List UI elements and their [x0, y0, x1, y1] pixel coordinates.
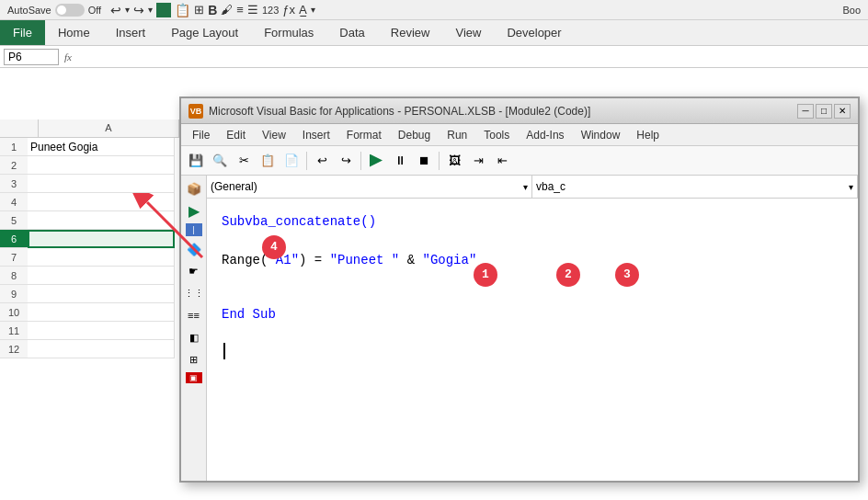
vba-reset-icon[interactable]: ⏹: [413, 151, 435, 171]
vba-save-icon[interactable]: 💾: [185, 151, 207, 171]
maximize-button[interactable]: □: [816, 104, 832, 119]
table-row: 11: [0, 322, 179, 340]
tab-home[interactable]: Home: [45, 20, 103, 45]
cell-a2[interactable]: [28, 156, 175, 175]
svg-line-1: [147, 202, 202, 257]
code-spacer: [222, 233, 843, 248]
cell-a8[interactable]: [28, 267, 175, 285]
sidebar-icon-7[interactable]: ≡≡: [185, 306, 203, 324]
toolbar-separator: [306, 152, 307, 170]
cell-a10[interactable]: [28, 303, 175, 322]
sidebar-icon-8[interactable]: ◧: [185, 328, 203, 347]
sidebar-icon-10[interactable]: ▣: [186, 372, 202, 383]
vba-indent-icon[interactable]: ⇥: [467, 151, 489, 171]
keyword-end-sub: End Sub: [222, 304, 276, 324]
vba-undo-icon[interactable]: ↩: [311, 151, 333, 171]
bold-icon[interactable]: B: [208, 3, 217, 17]
vba-general-dropdown[interactable]: (General) ▾: [207, 176, 532, 198]
paint-icon[interactable]: 🖌: [221, 3, 233, 17]
code-editor[interactable]: Sub vba_concatenate() Range("A1") = "Pun…: [207, 199, 858, 481]
minimize-button[interactable]: ─: [797, 104, 814, 119]
vba-userform-icon[interactable]: 🖼: [443, 151, 465, 171]
undo-icon[interactable]: ↩: [110, 3, 121, 17]
sidebar-icon-9[interactable]: ⊞: [185, 350, 203, 369]
cell-a9[interactable]: [28, 285, 175, 303]
vba-menu-window[interactable]: Window: [574, 127, 628, 143]
vba-menu-help[interactable]: Help: [629, 127, 667, 143]
vba-menu-addins[interactable]: Add-Ins: [519, 127, 571, 143]
autosave-control[interactable]: AutoSave Off: [7, 4, 101, 17]
vba-copy-icon[interactable]: 📋: [257, 151, 279, 171]
formula-input[interactable]: [75, 51, 864, 63]
row-header: 12: [0, 340, 28, 358]
dropdown-sub-arrow: ▾: [849, 182, 853, 192]
close-button[interactable]: ✕: [834, 104, 851, 119]
excel-app: AutoSave Off ↩ ▾ ↪ ▾ 📋 ⊞ B 🖌 ≡ ☰ 123 ƒx …: [0, 0, 868, 500]
vba-titlebar: VB Microsoft Visual Basic for Applicatio…: [181, 98, 858, 124]
forms-icon[interactable]: 📋: [175, 3, 190, 17]
cell-a3[interactable]: [28, 175, 175, 193]
vba-sub-dropdown[interactable]: vba_c ▾: [532, 176, 858, 198]
code-spacer2: [222, 273, 843, 302]
cell-a1[interactable]: Puneet Gogia: [28, 138, 175, 156]
undo-dropdown-icon[interactable]: ▾: [125, 5, 130, 15]
cell-a12[interactable]: [28, 340, 175, 358]
vba-dropdowns: (General) ▾ vba_c ▾: [207, 176, 858, 199]
sidebar-icon-6[interactable]: ⋮⋮: [185, 284, 203, 302]
autosave-label: AutoSave: [7, 5, 51, 16]
vba-run-button[interactable]: [365, 151, 387, 171]
vba-search-icon[interactable]: 🔍: [209, 151, 231, 171]
sheet-corner: [0, 119, 39, 138]
vba-outdent-icon[interactable]: ⇤: [491, 151, 513, 171]
tab-view[interactable]: View: [442, 20, 494, 45]
tab-file[interactable]: File: [0, 20, 45, 45]
cell-a11[interactable]: [28, 322, 175, 340]
code-range: Range("A1") = "Puneet " & "Gogia": [222, 250, 476, 270]
title-bar: AutoSave Off ↩ ▾ ↪ ▾ 📋 ⊞ B 🖌 ≡ ☰ 123 ƒx …: [0, 0, 868, 20]
function-name: vba_concatenate(): [245, 211, 376, 232]
vba-break-icon[interactable]: ⏸: [389, 151, 411, 171]
tab-formulas[interactable]: Formulas: [251, 20, 326, 45]
vba-app-icon: VB: [188, 104, 203, 119]
vba-menu-format[interactable]: Format: [339, 127, 389, 143]
tab-review[interactable]: Review: [378, 20, 443, 45]
vba-paste-icon[interactable]: 📄: [280, 151, 303, 171]
vba-menu-debug[interactable]: Debug: [391, 127, 438, 143]
vba-menu-tools[interactable]: Tools: [476, 127, 517, 143]
vba-menu-edit[interactable]: Edit: [219, 127, 253, 143]
tab-data[interactable]: Data: [326, 20, 377, 45]
vba-menu-file[interactable]: File: [185, 127, 217, 143]
row-header: 8: [0, 267, 28, 285]
dropdown-sub-label: vba_c: [536, 180, 565, 193]
tab-insert[interactable]: Insert: [103, 20, 159, 45]
row-header: 5: [0, 211, 28, 230]
row-header: 7: [0, 248, 28, 267]
tab-page-layout[interactable]: Page Layout: [158, 20, 251, 45]
vba-menu-run[interactable]: Run: [440, 127, 474, 143]
autosave-toggle[interactable]: [55, 4, 85, 17]
formula-icon[interactable]: ƒx: [282, 3, 295, 17]
name-box[interactable]: [4, 49, 59, 65]
vba-cut-icon[interactable]: ✂: [233, 151, 255, 171]
tab-developer[interactable]: Developer: [494, 20, 574, 45]
redo-icon[interactable]: ↪: [133, 3, 144, 17]
vba-menu-view[interactable]: View: [255, 127, 293, 143]
text-cursor: [223, 343, 225, 359]
lines-icon[interactable]: ≡: [236, 3, 244, 17]
formula-bar-icons: fx: [64, 51, 72, 62]
table-icon[interactable]: ⊞: [194, 3, 204, 17]
toolbar-dropdown-icon[interactable]: ▾: [311, 5, 315, 15]
redo-dropdown-icon[interactable]: ▾: [148, 5, 153, 15]
lines2-icon[interactable]: ☰: [247, 3, 258, 17]
formula-bar: fx: [0, 46, 868, 68]
row-header: 1: [0, 138, 28, 156]
vba-window-controls: ─ □ ✕: [797, 104, 851, 119]
text-icon[interactable]: A̲: [299, 3, 307, 17]
vba-redo-icon[interactable]: ↪: [335, 151, 357, 171]
table-row: 10: [0, 303, 179, 322]
row-header: 11: [0, 322, 28, 340]
table-row: 2: [0, 156, 179, 175]
table-row: 9: [0, 285, 179, 303]
num-icon[interactable]: 123: [262, 5, 279, 16]
vba-menu-insert[interactable]: Insert: [295, 127, 337, 143]
